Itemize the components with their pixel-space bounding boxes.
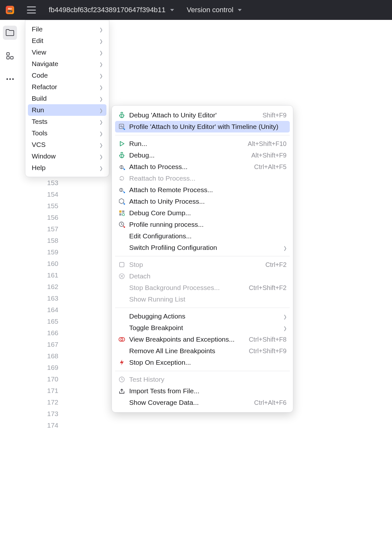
submenu-item[interactable]: Debug...Alt+Shift+F9: [115, 149, 290, 161]
submenu-item-label: Detach: [129, 272, 287, 280]
main-menu-item-help[interactable]: Help›: [28, 162, 106, 174]
ellipsis-icon: [6, 78, 14, 80]
main-menu-item-edit[interactable]: Edit›: [28, 35, 106, 47]
submenu-item-label: Run...: [129, 140, 244, 148]
main-menu-item-refactor[interactable]: Refactor›: [28, 81, 106, 93]
main-menu-item-tests[interactable]: Tests›: [28, 116, 106, 127]
main-menu-item-tools[interactable]: Tools›: [28, 127, 106, 139]
submenu-item-label: Edit Configurations...: [129, 232, 287, 240]
hamburger-icon[interactable]: [27, 6, 36, 13]
submenu-item[interactable]: View Breakpoints and Exceptions...Ctrl+S…: [115, 334, 290, 345]
blank-icon: [118, 324, 125, 331]
submenu-item-label: Attach to Process...: [129, 163, 250, 171]
gutter-line: 164: [35, 304, 64, 316]
svg-rect-19: [122, 210, 124, 213]
gutter-line: 174: [35, 420, 64, 431]
main-menu-item-build[interactable]: Build›: [28, 93, 106, 104]
chevron-right-icon: ›: [100, 93, 103, 104]
svg-line-11: [119, 155, 120, 156]
main-menu-popup: File›Edit›View›Navigate›Code›Refactor›Bu…: [25, 20, 109, 177]
submenu-item[interactable]: Attach to Unity Process...: [115, 196, 290, 207]
main-menu-item-file[interactable]: File›: [28, 23, 106, 35]
main-menu-item-vcs[interactable]: VCS›: [28, 139, 106, 150]
more-tools-button[interactable]: [3, 72, 17, 86]
svg-rect-18: [119, 210, 121, 213]
breakpoints-icon: [118, 336, 125, 343]
titlebar: RD EAP fb4498cbf63cf234389170647f394b11 …: [0, 0, 392, 20]
version-control-selector[interactable]: Version control: [187, 6, 242, 14]
submenu-item[interactable]: Remove All Line BreakpointsCtrl+Shift+F9: [115, 345, 290, 357]
structure-tool-button[interactable]: [3, 49, 17, 63]
submenu-item: Test History: [115, 374, 290, 385]
svg-rect-1: [7, 56, 9, 59]
core-dump-icon: [118, 209, 125, 217]
submenu-item[interactable]: Debug Core Dump...: [115, 207, 290, 219]
gutter-line: 157: [35, 223, 64, 235]
blank-icon: [118, 233, 125, 240]
main-menu-item-code[interactable]: Code›: [28, 70, 106, 81]
chevron-down-icon: [170, 9, 174, 11]
submenu-item[interactable]: Stop On Exception...: [115, 357, 290, 368]
submenu-item[interactable]: Edit Configurations...: [115, 230, 290, 242]
logo-bottom: EAP: [8, 10, 12, 12]
submenu-item[interactable]: Attach to Process...Ctrl+Alt+F5: [115, 161, 290, 173]
main-menu-item-label: Tools: [32, 129, 47, 137]
submenu-item[interactable]: Show Coverage Data...Ctrl+Alt+F6: [115, 397, 290, 408]
main-menu-item-label: Help: [32, 164, 46, 172]
submenu-item-shortcut: Ctrl+Shift+F9: [249, 347, 287, 355]
submenu-item-label: Toggle Breakpoint: [129, 324, 278, 332]
menu-separator: [115, 308, 290, 308]
editor-gutter: 1531541551561571581591601611621631641651…: [35, 177, 64, 431]
submenu-item-label: Debug...: [129, 151, 247, 159]
main-menu-item-label: Refactor: [32, 83, 57, 91]
submenu-item[interactable]: Profile 'Attach to Unity Editor' with Ti…: [115, 121, 290, 132]
chevron-right-icon: ›: [282, 322, 287, 334]
app-logo-icon: RD EAP: [6, 6, 14, 14]
submenu-item[interactable]: Import Tests from File...: [115, 385, 290, 397]
project-selector[interactable]: fb4498cbf63cf234389170647f394b11: [49, 6, 174, 14]
project-name: fb4498cbf63cf234389170647f394b11: [49, 6, 166, 14]
detach-icon: [118, 273, 125, 280]
main-menu-item-label: View: [32, 48, 46, 56]
svg-line-5: [119, 115, 120, 115]
submenu-item-label: Reattach to Process...: [129, 175, 287, 182]
chevron-right-icon: ›: [100, 58, 103, 70]
submenu-item: Reattach to Process...: [115, 173, 290, 184]
chevron-right-icon: ›: [100, 127, 103, 139]
submenu-item-label: Switch Profiling Configuration: [129, 244, 278, 251]
submenu-item[interactable]: Switch Profiling Configuration›: [115, 242, 290, 253]
svg-point-21: [122, 214, 125, 216]
chevron-right-icon: ›: [100, 35, 103, 47]
gutter-line: 159: [35, 246, 64, 258]
chevron-right-icon: ›: [100, 81, 103, 93]
submenu-item-label: Import Tests from File...: [129, 387, 287, 395]
submenu-item-shortcut: Ctrl+Alt+F6: [254, 399, 287, 406]
main-menu-item-run[interactable]: Run›: [28, 104, 106, 116]
submenu-item[interactable]: Debugging Actions›: [115, 311, 290, 322]
main-menu-item-navigate[interactable]: Navigate›: [28, 58, 106, 70]
svg-line-12: [123, 155, 124, 156]
gutter-line: 169: [35, 362, 64, 373]
submenu-item[interactable]: Attach to Remote Process...: [115, 184, 290, 196]
blank-icon: [118, 244, 125, 251]
submenu-item[interactable]: Toggle Breakpoint›: [115, 322, 290, 334]
svg-marker-29: [120, 360, 124, 365]
run-submenu-popup: Debug 'Attach to Unity Editor'Shift+F9Pr…: [112, 105, 293, 413]
submenu-item[interactable]: Run...Alt+Shift+F10: [115, 138, 290, 149]
blank-icon: [118, 284, 125, 291]
gutter-line: 153: [35, 177, 64, 189]
main-menu-item-window[interactable]: Window›: [28, 150, 106, 162]
submenu-item: StopCtrl+F2: [115, 259, 290, 270]
project-tool-button[interactable]: [3, 26, 17, 40]
bug-green-icon: [118, 112, 125, 119]
main-menu-item-label: Edit: [32, 37, 43, 45]
main-menu-item-label: Code: [32, 72, 48, 79]
main-menu-item-view[interactable]: View›: [28, 47, 106, 58]
submenu-item-shortcut: Shift+F9: [263, 112, 287, 119]
submenu-item-label: View Breakpoints and Exceptions...: [129, 336, 245, 343]
submenu-item[interactable]: Profile running process...: [115, 219, 290, 230]
submenu-item[interactable]: Debug 'Attach to Unity Editor'Shift+F9: [115, 109, 290, 121]
submenu-item: Detach: [115, 270, 290, 282]
submenu-item-label: Debug 'Attach to Unity Editor': [129, 111, 259, 119]
main-menu-item-label: Run: [32, 106, 44, 114]
